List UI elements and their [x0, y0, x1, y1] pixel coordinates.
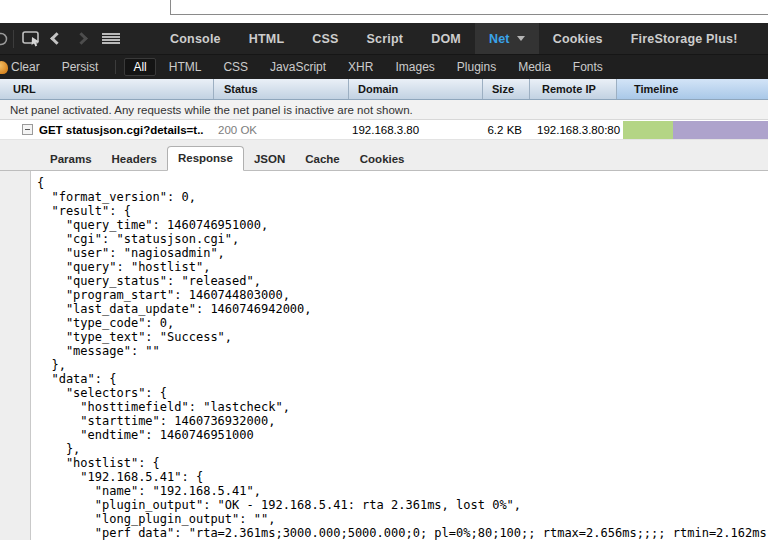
net-panel-notice: Net panel activated. Any requests while …	[0, 100, 768, 120]
menu-icon[interactable]	[102, 33, 120, 44]
toolbar-separator	[13, 30, 14, 48]
response-body-panel[interactable]: { "format_version": 0, "result": { "quer…	[30, 171, 768, 540]
timeline-receive-segment	[673, 121, 768, 139]
request-domain: 192.168.3.80	[348, 120, 482, 139]
filter-media[interactable]: Media	[509, 58, 560, 76]
tab-headers[interactable]: Headers	[102, 148, 167, 171]
tab-script[interactable]: Script	[353, 23, 418, 54]
notice-text: Net panel activated. Any requests while …	[10, 104, 413, 116]
request-url-cell[interactable]: GET statusjson.cgi?details=t..	[0, 120, 213, 139]
timeline-bar	[623, 121, 768, 139]
forward-icon	[75, 32, 88, 45]
collapse-icon[interactable]	[22, 124, 33, 135]
clear-button[interactable]: Clear	[2, 58, 49, 76]
request-url: GET statusjson.cgi?details=t..	[39, 124, 204, 136]
details-tab-bar: Params Headers Response JSON Cache Cooki…	[0, 140, 768, 171]
filter-plugins[interactable]: Plugins	[448, 58, 505, 76]
net-table-header: URL Status Domain Size Remote IP Timelin…	[0, 79, 768, 100]
filter-separator	[115, 60, 116, 74]
request-details-pane: Params Headers Response JSON Cache Cooki…	[0, 140, 768, 540]
tab-params[interactable]: Params	[40, 148, 102, 171]
browser-page-strip	[0, 0, 768, 23]
column-header-domain[interactable]: Domain	[348, 79, 482, 99]
column-header-remote-ip[interactable]: Remote IP	[529, 79, 616, 99]
column-header-status[interactable]: Status	[213, 79, 348, 99]
column-header-url[interactable]: URL	[0, 79, 213, 99]
request-timeline	[616, 120, 768, 139]
panel-tab-bar: Console HTML CSS Script DOM Net Cookies …	[156, 23, 752, 54]
tab-net[interactable]: Net	[475, 23, 539, 54]
request-size: 6.2 KB	[482, 120, 529, 139]
tab-css[interactable]: CSS	[298, 23, 352, 54]
tab-console[interactable]: Console	[156, 23, 235, 54]
filter-fonts[interactable]: Fonts	[564, 58, 612, 76]
filter-html[interactable]: HTML	[160, 58, 211, 76]
net-filter-toolbar: Clear Persist All HTML CSS JavaScript XH…	[0, 55, 768, 79]
tab-cache[interactable]: Cache	[295, 148, 350, 171]
firebug-main-toolbar: Console HTML CSS Script DOM Net Cookies …	[0, 23, 768, 55]
table-row[interactable]: GET statusjson.cgi?details=t.. 200 OK 19…	[0, 120, 768, 140]
column-header-size[interactable]: Size	[482, 79, 529, 99]
tab-json[interactable]: JSON	[244, 148, 295, 171]
filter-javascript[interactable]: JavaScript	[261, 58, 335, 76]
response-json-text: { "format_version": 0, "result": { "quer…	[31, 171, 768, 540]
chevron-down-icon[interactable]	[517, 36, 525, 41]
tab-cookies-detail[interactable]: Cookies	[350, 148, 415, 171]
tab-cookies[interactable]: Cookies	[539, 23, 617, 54]
firebug-panel: Console HTML CSS Script DOM Net Cookies …	[0, 0, 768, 540]
back-icon[interactable]	[50, 32, 63, 45]
timeline-wait-segment	[623, 121, 673, 139]
persist-button[interactable]: Persist	[53, 58, 108, 76]
toolbar-icons	[0, 23, 130, 54]
tab-firestorage-plus[interactable]: FireStorage Plus!	[617, 23, 752, 54]
inspect-element-icon[interactable]	[18, 28, 44, 50]
request-remote-ip: 192.168.3.80:80	[529, 120, 616, 139]
filter-css[interactable]: CSS	[214, 58, 257, 76]
firebug-mini-icon[interactable]	[0, 61, 8, 74]
tab-dom[interactable]: DOM	[417, 23, 475, 54]
filter-all[interactable]: All	[124, 58, 155, 76]
page-element-corner	[170, 0, 768, 15]
tab-response[interactable]: Response	[167, 146, 244, 171]
column-header-timeline[interactable]: Timeline	[616, 79, 768, 99]
filter-xhr[interactable]: XHR	[339, 58, 382, 76]
request-status: 200 OK	[213, 120, 348, 139]
filter-images[interactable]: Images	[386, 58, 443, 76]
firebug-logo-icon[interactable]	[0, 31, 9, 47]
tab-net-label: Net	[489, 32, 510, 46]
tab-html[interactable]: HTML	[235, 23, 299, 54]
